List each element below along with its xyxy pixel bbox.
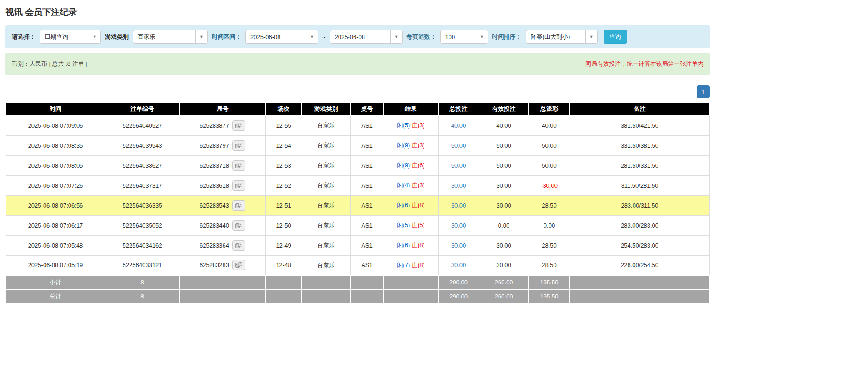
cell-game-type: 百家乐 — [302, 255, 350, 275]
cell-remark: 331.50/381.50 — [570, 135, 709, 155]
total-count: 8 — [105, 289, 180, 303]
payout-value: 50.00 — [542, 142, 557, 149]
round-number: 625283364 — [200, 242, 229, 249]
cell-remark: 254.50/283.00 — [570, 235, 709, 255]
total-bet-link[interactable]: 50.00 — [451, 162, 466, 169]
dice-icon — [235, 123, 242, 129]
total-bet-link[interactable]: 30.00 — [451, 182, 466, 189]
result-player: 闲(5) — [397, 222, 410, 228]
cell-remark: 281.50/331.50 — [570, 155, 709, 175]
round-result-button[interactable] — [232, 220, 245, 231]
cell-session: 12-54 — [265, 135, 302, 155]
dice-icon — [235, 243, 242, 248]
total-bet-link[interactable]: 50.00 — [451, 142, 466, 149]
round-result-button[interactable] — [232, 180, 245, 191]
result-banker: 庄(3) — [412, 182, 425, 188]
total-bet-link[interactable]: 30.00 — [451, 202, 466, 209]
cell-session: 12-51 — [265, 195, 302, 215]
cell-round: 625283440 — [180, 215, 265, 235]
page-size-label: 每页笔数： — [407, 33, 436, 41]
table-footer: 小计 8 290.00 260.00 195.50 总计 8 — [6, 275, 709, 303]
dice-icon — [235, 143, 242, 149]
sort-order-select[interactable]: 降幂(由大到小) ▼ — [526, 30, 598, 44]
round-result-button[interactable] — [232, 120, 245, 131]
header-result: 结果 — [384, 102, 438, 115]
date-to-select[interactable]: 2025-06-08 ▼ — [330, 30, 403, 44]
query-type-select[interactable]: 日期查询 ▼ — [40, 30, 101, 44]
cell-total-bet: 30.00 — [438, 215, 479, 235]
total-bet-link[interactable]: 30.00 — [451, 222, 466, 229]
cell-total-bet: 50.00 — [438, 135, 479, 155]
cell-table-no: AS1 — [350, 195, 384, 215]
cell-table-no: AS1 — [350, 175, 384, 195]
result-player: 闲(7) — [397, 262, 410, 268]
search-button[interactable]: 查询 — [604, 30, 627, 44]
page-size-select[interactable]: 100 ▼ — [440, 30, 488, 44]
cell-round: 625283364 — [180, 235, 265, 255]
date-from-select[interactable]: 2025-06-08 ▼ — [245, 30, 318, 44]
cell-session: 12-49 — [265, 235, 302, 255]
cell-total-bet: 40.00 — [438, 115, 479, 135]
round-number: 625283718 — [200, 162, 229, 169]
cell-remark: 381.50/421.50 — [570, 115, 709, 135]
cell-result: 闲(9) 庄(3) — [384, 135, 438, 155]
cell-round: 625283877 — [180, 115, 265, 135]
payout-value: 28.50 — [542, 242, 557, 249]
game-type-select[interactable]: 百家乐 ▼ — [133, 30, 208, 44]
header-valid-bet: 有效投注 — [479, 102, 529, 115]
cell-valid-bet: 30.00 — [479, 255, 529, 275]
cell-round: 625283718 — [180, 155, 265, 175]
cell-bet-id: 522564040527 — [105, 115, 180, 135]
chevron-down-icon: ▼ — [306, 30, 318, 43]
cell-result: 闲(6) 庄(8) — [384, 195, 438, 215]
table-row: 2025-06-08 07:09:06 522564040527 6252838… — [6, 115, 709, 135]
cell-round: 625283797 — [180, 135, 265, 155]
result-player: 闲(5) — [397, 122, 410, 129]
page-size-value: 100 — [441, 34, 476, 40]
subtotal-valid-bet: 260.00 — [479, 275, 529, 289]
round-result-button[interactable] — [232, 140, 245, 151]
result-player: 闲(6) — [397, 242, 410, 248]
cell-bet-id: 522564039543 — [105, 135, 180, 155]
header-bet-id: 注单编号 — [105, 102, 180, 115]
cell-table-no: AS1 — [350, 215, 384, 235]
round-result-button[interactable] — [232, 160, 245, 171]
result-banker: 庄(8) — [412, 262, 425, 268]
round-result-button[interactable] — [232, 260, 245, 270]
cell-valid-bet: 30.00 — [479, 235, 529, 255]
cell-session: 12-50 — [265, 215, 302, 235]
dice-icon — [235, 183, 242, 188]
total-bet-link[interactable]: 30.00 — [451, 242, 466, 249]
cell-payout: 28.50 — [529, 255, 570, 275]
cell-time: 2025-06-08 07:08:05 — [6, 155, 105, 175]
total-label: 总计 — [6, 289, 105, 303]
result-player: 闲(9) — [397, 142, 410, 149]
result-banker: 庄(5) — [412, 222, 425, 228]
round-result-button[interactable] — [232, 240, 245, 251]
chevron-down-icon: ▼ — [476, 30, 488, 43]
table-row: 2025-06-08 07:06:17 522564035052 6252834… — [6, 215, 709, 235]
cell-bet-id: 522564037317 — [105, 175, 180, 195]
cell-remark: 311.50/281.50 — [570, 175, 709, 195]
subtotal-payout: 195.50 — [529, 275, 570, 289]
round-result-button[interactable] — [232, 200, 245, 211]
cell-game-type: 百家乐 — [302, 215, 350, 235]
cell-time: 2025-06-08 07:06:17 — [6, 215, 105, 235]
header-table-no: 桌号 — [350, 102, 384, 115]
chevron-down-icon: ▼ — [390, 30, 402, 43]
cell-time: 2025-06-08 07:08:35 — [6, 135, 105, 155]
pagination-page-1-button[interactable]: 1 — [697, 85, 710, 98]
cell-game-type: 百家乐 — [302, 235, 350, 255]
sort-order-value: 降幂(由大到小) — [526, 33, 585, 41]
cell-payout: 40.00 — [529, 115, 570, 135]
header-round: 局号 — [180, 102, 265, 115]
cell-bet-id: 522564036335 — [105, 195, 180, 215]
total-bet-link[interactable]: 40.00 — [451, 122, 466, 129]
cell-session: 12-53 — [265, 155, 302, 175]
payout-value: 0.00 — [544, 222, 555, 229]
cell-payout: 28.50 — [529, 235, 570, 255]
result-banker: 庄(3) — [412, 122, 425, 129]
total-bet-link[interactable]: 30.00 — [451, 262, 466, 268]
cell-remark: 283.00/283.00 — [570, 215, 709, 235]
cell-round: 625283283 — [180, 255, 265, 275]
